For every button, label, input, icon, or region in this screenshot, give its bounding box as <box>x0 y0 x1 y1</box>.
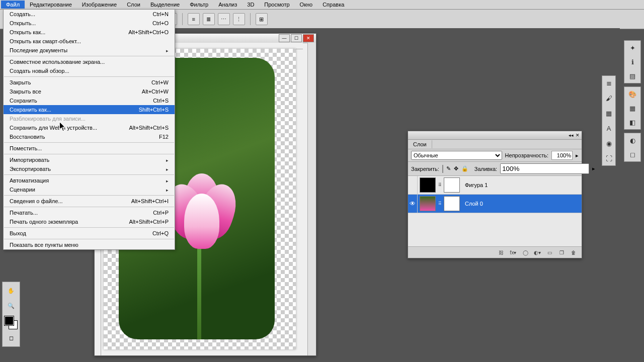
crop-icon[interactable]: ⛶ <box>604 153 614 163</box>
link-layers-icon[interactable]: ⛓ <box>497 249 505 256</box>
distribute-icon-3[interactable]: ⋯ <box>218 13 230 25</box>
lock-all-icon[interactable]: 🔒 <box>461 165 468 172</box>
opacity-input[interactable] <box>551 151 573 160</box>
collapse-icon[interactable]: ◂◂ <box>569 133 574 138</box>
menu-слои[interactable]: Слои <box>122 1 145 9</box>
menu-item[interactable]: СохранитьCtrl+S <box>4 96 175 105</box>
visibility-icon[interactable]: 👁 <box>408 195 418 213</box>
close-button[interactable]: ✕ <box>303 34 314 42</box>
histogram-icon[interactable]: ▨ <box>627 71 637 81</box>
lock-brush-icon[interactable]: ✎ <box>446 165 451 172</box>
menu-редактирование[interactable]: Редактирование <box>25 1 77 9</box>
swatches2-icon[interactable]: ▦ <box>604 108 614 118</box>
blend-mode-select[interactable]: Обычные <box>411 151 502 160</box>
menu-item[interactable]: Создать новый обзор... <box>4 66 175 75</box>
menu-изображение[interactable]: Изображение <box>77 1 122 9</box>
menu-фильтр[interactable]: Фильтр <box>185 1 213 9</box>
group-icon[interactable]: ▭ <box>545 249 553 256</box>
distribute-icon-4[interactable]: ⋮ <box>233 13 245 25</box>
layers-panel: ◂◂✕ Слои Обычные Непрозрачность: ▸ Закре… <box>408 131 582 258</box>
hand-tool-icon[interactable]: ✋ <box>5 284 18 297</box>
swatches-icon[interactable]: ▦ <box>627 103 637 113</box>
adjustment-icon[interactable]: ◐▾ <box>533 249 541 256</box>
lock-label: Закрепить: <box>411 166 439 172</box>
layer-name[interactable]: Фигура 1 <box>462 182 488 188</box>
trash-icon[interactable]: 🗑 <box>570 249 578 256</box>
menu-item[interactable]: Показать все пункты меню <box>4 240 175 249</box>
file-menu-dropdown: Создать...Ctrl+NОткрыть...Ctrl+OОткрыть … <box>3 9 175 250</box>
mini-panel: ≣ 🖌 ▦ A ◉ ⛶ <box>602 75 616 166</box>
menu-item[interactable]: Печатать...Ctrl+P <box>4 208 175 217</box>
mask-thumb[interactable] <box>444 177 460 193</box>
toolbox: ✋ 🔍 ◻ <box>2 282 20 347</box>
layer-row[interactable]: 👁⠿Слой 0 <box>408 195 582 213</box>
auto-icon[interactable]: ⊞ <box>256 13 268 25</box>
menu-3d[interactable]: 3D <box>242 1 259 9</box>
visibility-icon[interactable] <box>408 176 418 194</box>
layer-name[interactable]: Слой 0 <box>462 201 483 207</box>
styles-icon[interactable]: ◧ <box>627 117 637 127</box>
panel-header[interactable]: ◂◂✕ <box>408 131 582 140</box>
char-icon[interactable]: A <box>604 123 614 133</box>
masks-icon[interactable]: ◻ <box>627 149 637 159</box>
mask-thumb[interactable] <box>444 196 460 211</box>
menu-item[interactable]: Импортировать <box>4 155 175 164</box>
mask-icon[interactable]: ◯ <box>521 249 529 256</box>
zoom-tool-icon[interactable]: 🔍 <box>5 299 18 312</box>
menu-item[interactable]: ЗакрытьCtrl+W <box>4 78 175 87</box>
close-icon[interactable]: ✕ <box>576 133 580 138</box>
menu-item[interactable]: Сохранить как...Shift+Ctrl+S <box>4 105 175 114</box>
menu-item[interactable]: Открыть как...Alt+Shift+Ctrl+O <box>4 28 175 37</box>
fill-label: Заливка: <box>474 166 497 172</box>
menu-item[interactable]: Совместное использование экрана... <box>4 57 175 66</box>
color-picker[interactable] <box>5 316 18 329</box>
color-icon[interactable]: 🎨 <box>627 89 637 99</box>
new-layer-icon[interactable]: ❐ <box>557 249 566 256</box>
maximize-button[interactable]: ☐ <box>291 34 302 42</box>
menu-item[interactable]: Открыть как смарт-объект... <box>4 37 175 46</box>
chevron-icon[interactable]: ▸ <box>576 152 579 159</box>
fx-icon[interactable]: fx▾ <box>509 249 517 256</box>
menu-item[interactable]: Сведения о файле...Alt+Shift+Ctrl+I <box>4 197 175 206</box>
menu-item[interactable]: Печать одного экземпляраAlt+Shift+Ctrl+P <box>4 217 175 226</box>
menu-item[interactable]: Автоматизация <box>4 176 175 185</box>
link-icon: ⠿ <box>438 183 442 188</box>
distribute-icon-2[interactable]: ≣ <box>203 13 215 25</box>
menu-item[interactable]: Сценарии <box>4 185 175 194</box>
3d-icon[interactable]: ◉ <box>604 138 614 148</box>
layer-thumb[interactable] <box>420 196 436 211</box>
lock-move-icon[interactable]: ✥ <box>454 165 458 172</box>
menu-справка[interactable]: Справка <box>317 1 349 9</box>
layers-list: ⠿Фигура 1👁⠿Слой 0 <box>408 176 582 247</box>
menu-выделение[interactable]: Выделение <box>145 1 185 9</box>
menu-item[interactable]: Создать...Ctrl+N <box>4 10 175 19</box>
history-icon[interactable]: ≣ <box>604 78 614 88</box>
menu-item[interactable]: Экспортировать <box>4 164 175 173</box>
layer-thumb[interactable] <box>420 177 436 193</box>
scrollbar-vertical[interactable] <box>307 43 316 355</box>
menu-анализ[interactable]: Анализ <box>213 1 242 9</box>
quickmask-icon[interactable]: ◻ <box>5 331 18 344</box>
minimize-button[interactable]: — <box>279 34 290 42</box>
adjustments-icon[interactable]: ◐ <box>627 135 637 145</box>
menu-item[interactable]: Последние документы <box>4 46 175 55</box>
layer-row[interactable]: ⠿Фигура 1 <box>408 176 582 195</box>
menu-просмотр[interactable]: Просмотр <box>259 1 294 9</box>
menu-item[interactable]: Поместить... <box>4 144 175 153</box>
menubar: ФайлРедактированиеИзображениеСлоиВыделен… <box>0 0 644 10</box>
menu-окно[interactable]: Окно <box>295 1 318 9</box>
menu-файл[interactable]: Файл <box>1 1 25 9</box>
menu-item[interactable]: Открыть...Ctrl+O <box>4 19 175 28</box>
menu-item[interactable]: ВосстановитьF12 <box>4 132 175 141</box>
distribute-icon[interactable]: ≡ <box>188 13 200 25</box>
info-icon[interactable]: ℹ <box>627 57 637 67</box>
menu-item[interactable]: ВыходCtrl+Q <box>4 229 175 238</box>
menu-item[interactable]: Закрыть всеAlt+Ctrl+W <box>4 87 175 96</box>
lock-transparent-icon[interactable] <box>442 165 443 173</box>
chevron-icon[interactable]: ▸ <box>592 165 595 172</box>
navigator-icon[interactable]: ✦ <box>627 43 637 53</box>
fill-input[interactable] <box>500 163 589 174</box>
tab-layers[interactable]: Слои <box>408 140 432 148</box>
brush-icon[interactable]: 🖌 <box>604 93 614 103</box>
menu-item[interactable]: Сохранить для Web и устройств...Alt+Shif… <box>4 123 175 132</box>
